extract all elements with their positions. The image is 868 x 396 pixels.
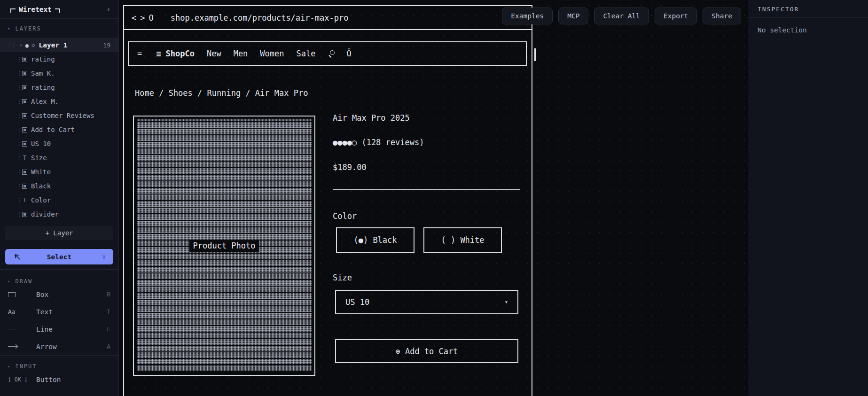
drag-handle-icon[interactable]: ⋮ <box>17 113 22 119</box>
box-layer-icon <box>22 127 27 132</box>
select-tool-label: Select <box>47 253 71 261</box>
layer-item-us-10[interactable]: ⋮US 10 <box>0 137 118 151</box>
layer-item-rating[interactable]: ⋮rating <box>0 52 118 66</box>
layer-item-alex-m-[interactable]: ⋮Alex M. <box>0 94 118 109</box>
select-shortcut: V <box>102 253 106 260</box>
draw-tools-list: BoxBAaTextTLineLArrowA <box>0 286 118 355</box>
disclosure-icon[interactable]: ▾ <box>20 43 22 47</box>
drag-handle-icon[interactable]: ⋮ <box>17 183 22 189</box>
share-button[interactable]: Share <box>703 8 741 24</box>
wireframe-price[interactable]: $189.00 <box>333 163 367 172</box>
clear-all-button[interactable]: Clear All <box>594 8 649 24</box>
wireframe-add-to-cart-button[interactable]: ⊕ Add to Cart <box>335 339 518 363</box>
layer-item-rating[interactable]: ⋮rating <box>0 80 118 94</box>
layer-item-label: divider <box>31 210 59 218</box>
wireframe-size-label[interactable]: Size <box>333 273 352 282</box>
drag-handle-icon[interactable]: ⋮ <box>17 99 22 105</box>
tool-label: Box <box>36 291 48 298</box>
layer-item-label: rating <box>31 84 55 91</box>
wireframe-color-option[interactable]: ( ) White <box>423 227 502 253</box>
select-tool-button[interactable]: Select V <box>5 249 113 264</box>
mcp-button[interactable]: MCP <box>558 8 588 24</box>
drag-handle-icon[interactable]: ⋮⋮ <box>7 42 15 48</box>
brand-label: ShopCo <box>166 49 195 58</box>
tool-arrow[interactable]: ArrowA <box>0 338 118 355</box>
layer-item-black[interactable]: ⋮Black <box>0 179 118 193</box>
layer-item-color[interactable]: ⋮TColor <box>0 193 118 207</box>
wireframe-color-option[interactable]: (●) Black <box>336 227 414 253</box>
nav-link-women[interactable]: Women <box>260 49 284 58</box>
back-icon[interactable]: < <box>132 13 136 23</box>
nav-link-new[interactable]: New <box>207 49 221 58</box>
box-layer-icon <box>22 170 27 175</box>
forward-icon[interactable]: > <box>140 13 145 23</box>
layer-item-label: Size <box>31 154 47 162</box>
wireframe-product-photo[interactable]: Product Photo <box>133 116 315 376</box>
layer-root-row[interactable]: ⋮⋮ ▾ ◉ ◇ Layer 1 19 <box>0 38 118 52</box>
box-layer-icon <box>22 99 27 104</box>
box-layer-icon <box>22 85 27 90</box>
layer-item-divider[interactable]: ⋮divider <box>0 207 118 221</box>
drag-handle-icon[interactable]: ⋮ <box>17 197 22 203</box>
tool-line[interactable]: LineL <box>0 320 118 338</box>
tool-shortcut: T <box>107 308 110 315</box>
browser-bar: < > O shop.example.com/products/air-max-… <box>124 6 532 30</box>
search-icon[interactable] <box>328 50 335 58</box>
layer-item-label: Color <box>31 196 51 204</box>
examples-button[interactable]: Examples <box>502 8 553 24</box>
draw-section-header[interactable]: ▾ DRAW <box>0 277 118 286</box>
text-tool-icon: Aa <box>8 308 16 315</box>
diamond-icon[interactable]: ◇ <box>31 42 35 48</box>
tool-text[interactable]: AaTextT <box>0 303 118 320</box>
tool-label: Button <box>36 376 61 383</box>
canvas[interactable]: < > O shop.example.com/products/air-max-… <box>119 0 749 396</box>
draw-section-label: DRAW <box>15 278 32 285</box>
inspector-panel: INSPECTOR No selection <box>749 0 868 396</box>
wireframe-rating[interactable]: ●●●●○ (128 reviews) <box>333 138 424 147</box>
url-text[interactable]: shop.example.com/products/air-max-pro <box>171 13 349 23</box>
logo-corner-icon <box>55 8 60 13</box>
artboard-edge-handle[interactable] <box>534 48 536 61</box>
layer-item-customer-reviews[interactable]: ⋮Customer Reviews <box>0 109 118 123</box>
drag-handle-icon[interactable]: ⋮ <box>17 70 22 77</box>
text-layer-icon: T <box>22 197 27 203</box>
nav-brand[interactable]: ≡ ShopCo <box>156 49 195 58</box>
layer-item-white[interactable]: ⋮White <box>0 165 118 179</box>
wireframe-color-label[interactable]: Color <box>333 211 357 221</box>
box-layer-icon <box>22 71 27 76</box>
disclosure-icon: ▾ <box>8 26 11 31</box>
wireframe-size-select[interactable]: US 10 ▾ <box>335 290 518 314</box>
reload-icon[interactable]: O <box>149 13 154 23</box>
wireframe-breadcrumb[interactable]: Home / Shoes / Running / Air Max Pro <box>135 88 308 98</box>
export-button[interactable]: Export <box>655 8 697 24</box>
tool-box[interactable]: BoxB <box>0 286 118 303</box>
wireframe-product-title[interactable]: Air Max Pro 2025 <box>333 113 410 123</box>
add-layer-button[interactable]: + Layer <box>5 226 113 240</box>
tool-button[interactable]: [ OK ]Button <box>0 371 118 388</box>
layer-item-size[interactable]: ⋮TSize <box>0 151 118 165</box>
nav-link-men[interactable]: Men <box>234 49 248 58</box>
input-section-header[interactable]: ▾ INPUT <box>0 362 118 371</box>
drag-handle-icon[interactable]: ⋮ <box>17 211 22 217</box>
visibility-icon[interactable]: ◉ <box>25 42 29 49</box>
drag-handle-icon[interactable]: ⋮ <box>17 169 22 175</box>
nav-handle-icon[interactable]: = <box>137 49 142 58</box>
drag-handle-icon[interactable]: ⋮ <box>17 155 22 161</box>
drag-handle-icon[interactable]: ⋮ <box>17 85 22 91</box>
wireframe-navbar[interactable]: = ≡ ShopCo NewMenWomenSale Ö <box>128 41 527 66</box>
wireframe-divider-line[interactable] <box>333 189 520 190</box>
nav-link-sale[interactable]: Sale <box>297 49 316 58</box>
box-layer-icon <box>22 113 27 118</box>
tool-label: Arrow <box>36 343 57 350</box>
sidebar: Wiretext ‹ ▾ LAYERS ⋮⋮ ▾ ◉ ◇ Layer 1 19 … <box>0 0 119 396</box>
collapse-sidebar-icon[interactable]: ‹ <box>103 5 114 14</box>
cart-icon[interactable]: Ö <box>347 49 352 58</box>
drag-handle-icon[interactable]: ⋮ <box>17 141 22 147</box>
layer-item-sam-k-[interactable]: ⋮Sam K. <box>0 66 118 80</box>
inspector-empty-state: No selection <box>749 18 868 42</box>
input-tools-list: [ OK ]Button <box>0 371 118 388</box>
drag-handle-icon[interactable]: ⋮ <box>17 127 22 133</box>
drag-handle-icon[interactable]: ⋮ <box>17 56 22 62</box>
layer-item-add-to-cart[interactable]: ⋮Add to Cart <box>0 123 118 137</box>
layers-section-header[interactable]: ▾ LAYERS <box>0 24 118 33</box>
